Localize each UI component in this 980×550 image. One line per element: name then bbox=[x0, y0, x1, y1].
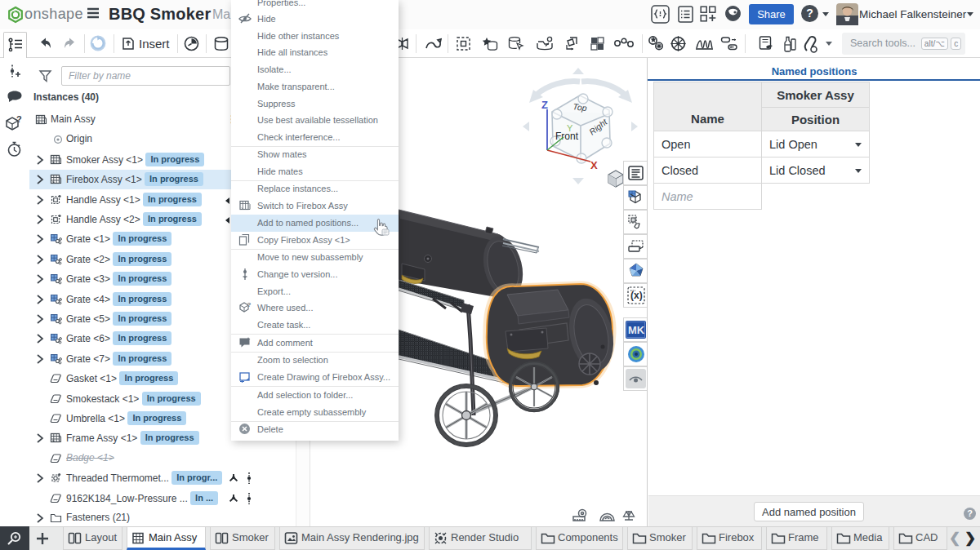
svg-text:Y: Y bbox=[567, 123, 573, 133]
svg-text:MK: MK bbox=[628, 324, 645, 336]
svg-text:X: X bbox=[590, 159, 598, 171]
svg-text:?: ? bbox=[247, 301, 252, 308]
svg-text:?: ? bbox=[16, 115, 22, 124]
svg-text:Z: Z bbox=[541, 99, 548, 111]
svg-text:(x): (x) bbox=[630, 290, 643, 301]
svg-text:Top: Top bbox=[572, 101, 588, 113]
